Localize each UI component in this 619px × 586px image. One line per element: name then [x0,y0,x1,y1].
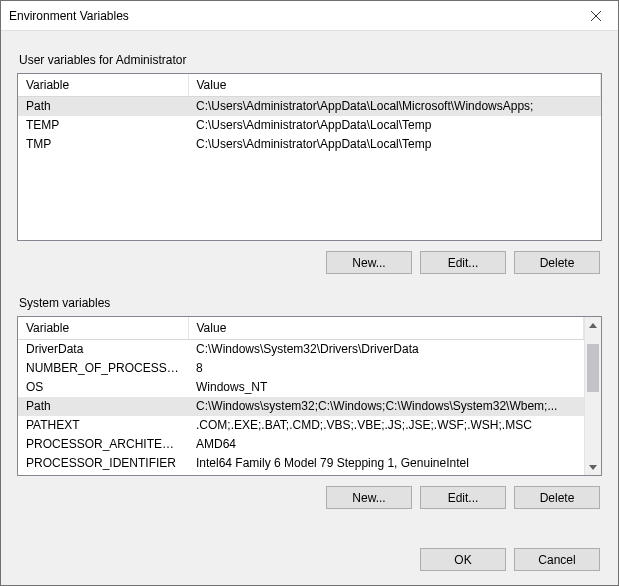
user-row-variable: TMP [18,135,188,154]
system-row-variable: PATHEXT [18,416,188,435]
user-edit-button[interactable]: Edit... [420,251,506,274]
dialog-footer: OK Cancel [1,538,618,585]
user-col-variable[interactable]: Variable [18,74,188,97]
scroll-thumb[interactable] [587,344,599,392]
system-row-variable: DriverData [18,340,188,359]
user-variables-group: User variables for Administrator Variabl… [17,41,602,274]
close-icon [591,11,601,21]
system-delete-button[interactable]: Delete [514,486,600,509]
system-table-row[interactable]: OSWindows_NT [18,378,584,397]
system-scrollbar[interactable] [584,317,601,475]
window-title: Environment Variables [9,9,573,23]
user-variables-table-container: Variable Value PathC:\Users\Administrato… [17,73,602,241]
user-new-button[interactable]: New... [326,251,412,274]
dialog-content: User variables for Administrator Variabl… [1,31,618,538]
titlebar: Environment Variables [1,1,618,31]
env-variables-dialog: Environment Variables User variables for… [0,0,619,586]
scroll-down-arrow-icon[interactable] [585,458,601,475]
user-table-row[interactable]: TMPC:\Users\Administrator\AppData\Local\… [18,135,601,154]
system-col-variable[interactable]: Variable [18,317,188,340]
system-variables-group: System variables Variable Value DriverDa… [17,284,602,509]
system-variables-table[interactable]: Variable Value DriverDataC:\Windows\Syst… [18,317,584,473]
system-button-row: New... Edit... Delete [17,486,602,509]
user-row-variable: TEMP [18,116,188,135]
system-new-button[interactable]: New... [326,486,412,509]
system-row-variable: PROCESSOR_IDENTIFIER [18,454,188,473]
scroll-track[interactable] [585,334,601,458]
system-row-value: 8 [188,359,584,378]
user-table-row[interactable]: TEMPC:\Users\Administrator\AppData\Local… [18,116,601,135]
system-edit-button[interactable]: Edit... [420,486,506,509]
user-col-value[interactable]: Value [188,74,601,97]
system-row-value: C:\Windows\system32;C:\Windows;C:\Window… [188,397,584,416]
system-row-value: C:\Windows\System32\Drivers\DriverData [188,340,584,359]
user-row-value: C:\Users\Administrator\AppData\Local\Mic… [188,97,601,116]
system-table-row[interactable]: DriverDataC:\Windows\System32\Drivers\Dr… [18,340,584,359]
system-col-value[interactable]: Value [188,317,584,340]
system-row-variable: OS [18,378,188,397]
system-table-row[interactable]: PATHEXT.COM;.EXE;.BAT;.CMD;.VBS;.VBE;.JS… [18,416,584,435]
system-variables-table-container: Variable Value DriverDataC:\Windows\Syst… [17,316,602,476]
scroll-up-arrow-icon[interactable] [585,317,601,334]
ok-button[interactable]: OK [420,548,506,571]
user-variables-label: User variables for Administrator [19,53,602,67]
system-row-variable: Path [18,397,188,416]
user-row-value: C:\Users\Administrator\AppData\Local\Tem… [188,116,601,135]
user-variables-table[interactable]: Variable Value PathC:\Users\Administrato… [18,74,601,154]
close-button[interactable] [573,1,618,31]
system-row-variable: NUMBER_OF_PROCESSORS [18,359,188,378]
system-variables-label: System variables [19,296,602,310]
system-row-variable: PROCESSOR_ARCHITECTURE [18,435,188,454]
cancel-button[interactable]: Cancel [514,548,600,571]
user-table-row[interactable]: PathC:\Users\Administrator\AppData\Local… [18,97,601,116]
user-row-value: C:\Users\Administrator\AppData\Local\Tem… [188,135,601,154]
user-row-variable: Path [18,97,188,116]
system-row-value: .COM;.EXE;.BAT;.CMD;.VBS;.VBE;.JS;.JSE;.… [188,416,584,435]
system-table-row[interactable]: NUMBER_OF_PROCESSORS8 [18,359,584,378]
system-row-value: AMD64 [188,435,584,454]
system-table-row[interactable]: PROCESSOR_ARCHITECTUREAMD64 [18,435,584,454]
system-row-value: Windows_NT [188,378,584,397]
system-table-row[interactable]: PathC:\Windows\system32;C:\Windows;C:\Wi… [18,397,584,416]
system-table-row[interactable]: PROCESSOR_IDENTIFIERIntel64 Family 6 Mod… [18,454,584,473]
user-button-row: New... Edit... Delete [17,251,602,274]
user-delete-button[interactable]: Delete [514,251,600,274]
system-row-value: Intel64 Family 6 Model 79 Stepping 1, Ge… [188,454,584,473]
